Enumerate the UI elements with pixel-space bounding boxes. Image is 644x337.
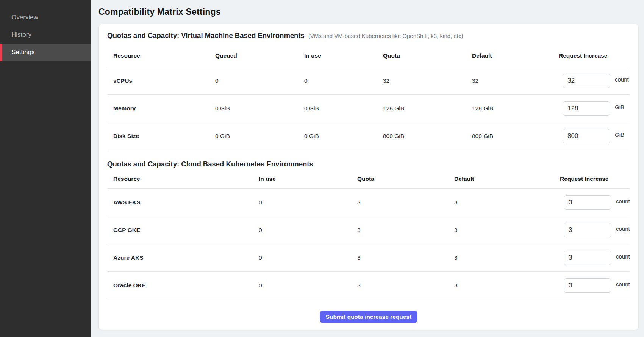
quota-value: 3 [357,199,454,206]
table-row-disk-size: Disk Size 0 GiB 0 GiB 800 GiB 800 GiB Gi… [107,122,630,150]
k8s-col-request-increase: Request Increase [560,176,630,182]
memory-request-input[interactable] [563,101,610,116]
vcpus-request-input[interactable] [563,74,610,88]
default-value: 3 [454,227,560,234]
resource-label: Disk Size [107,133,215,140]
resource-label: Azure AKS [107,254,259,261]
queued-value: 0 GiB [215,133,304,140]
quota-value: 32 [383,77,472,84]
unit-label: count [615,76,629,83]
unit-label: GiB [615,132,624,138]
table-row-memory: Memory 0 GiB 0 GiB 128 GiB 128 GiB GiB [107,95,630,122]
vm-col-request-increase: Request Increase [559,52,630,59]
resource-label: GCP GKE [107,227,259,234]
main-content: Compatibility Matrix Settings Quotas and… [91,0,644,337]
default-value: 128 GiB [472,105,559,112]
k8s-col-quota: Quota [357,176,454,182]
settings-card: Quotas and Capacity: Virtual Machine Bas… [98,24,639,330]
sidebar-nav: Overview History Settings [0,9,91,61]
default-value: 800 GiB [472,133,559,140]
azure-aks-request-input[interactable] [564,251,611,265]
unit-label: count [616,198,630,204]
in-use-value: 0 GiB [304,105,383,112]
in-use-value: 0 [259,199,357,206]
queued-value: 0 [215,77,304,84]
quota-value: 3 [357,227,454,234]
unit-label: count [616,253,630,260]
resource-label: Oracle OKE [107,282,259,289]
k8s-table-header: Resource In use Quota Default Request In… [107,169,630,189]
table-row-gcp-gke: GCP GKE 0 3 3 count [107,216,630,244]
sidebar-item-settings[interactable]: Settings [0,44,91,61]
vm-col-in-use: In use [304,52,383,59]
quota-value: 3 [357,282,454,289]
k8s-col-default: Default [454,176,560,182]
sidebar-item-history[interactable]: History [0,26,91,44]
default-value: 32 [472,77,559,84]
disk-size-request-input[interactable] [563,129,610,143]
in-use-value: 0 GiB [304,133,383,140]
in-use-value: 0 [259,282,357,289]
table-row-azure-aks: Azure AKS 0 3 3 count [107,244,630,272]
vm-col-default: Default [472,52,559,59]
aws-eks-request-input[interactable] [564,195,611,210]
quota-value: 128 GiB [383,105,472,112]
resource-label: Memory [107,105,215,112]
quota-value: 3 [357,254,454,261]
vm-section-subtitle: (VMs and VM-based Kubernetes like OpenSh… [308,33,463,39]
submit-quota-button[interactable]: Submit quota increase request [320,311,418,323]
vm-section-heading: Quotas and Capacity: Virtual Machine Bas… [107,31,630,41]
k8s-col-resource: Resource [107,176,259,182]
unit-label: count [616,281,630,287]
vm-col-quota: Quota [383,52,472,59]
in-use-value: 0 [259,254,357,261]
quota-value: 800 GiB [383,133,472,140]
default-value: 3 [454,254,560,261]
app-root: Overview History Settings Compatibility … [0,0,644,337]
unit-label: count [616,226,630,232]
vm-col-queued: Queued [215,52,304,59]
table-row-vcpus: vCPUs 0 0 32 32 count [107,67,630,95]
k8s-section-title: Quotas and Capacity: Cloud Based Kuberne… [107,160,313,168]
vm-section-title: Quotas and Capacity: Virtual Machine Bas… [107,31,305,40]
default-value: 3 [454,199,560,206]
resource-label: vCPUs [107,77,215,84]
default-value: 3 [454,282,560,289]
sidebar-item-overview[interactable]: Overview [0,9,91,26]
vm-table-header: Resource Queued In use Quota Default Req… [107,41,630,67]
gcp-gke-request-input[interactable] [564,223,611,237]
queued-value: 0 GiB [215,105,304,112]
k8s-section-heading: Quotas and Capacity: Cloud Based Kuberne… [107,160,630,169]
vm-col-resource: Resource [107,52,215,59]
unit-label: GiB [615,104,624,110]
sidebar: Overview History Settings [0,0,91,337]
k8s-col-in-use: In use [259,176,357,182]
page-title: Compatibility Matrix Settings [98,6,639,17]
resource-label: AWS EKS [107,199,259,206]
table-row-aws-eks: AWS EKS 0 3 3 count [107,189,630,216]
in-use-value: 0 [304,77,383,84]
in-use-value: 0 [259,227,357,234]
oracle-oke-request-input[interactable] [564,278,611,293]
table-row-oracle-oke: Oracle OKE 0 3 3 count [107,272,630,299]
